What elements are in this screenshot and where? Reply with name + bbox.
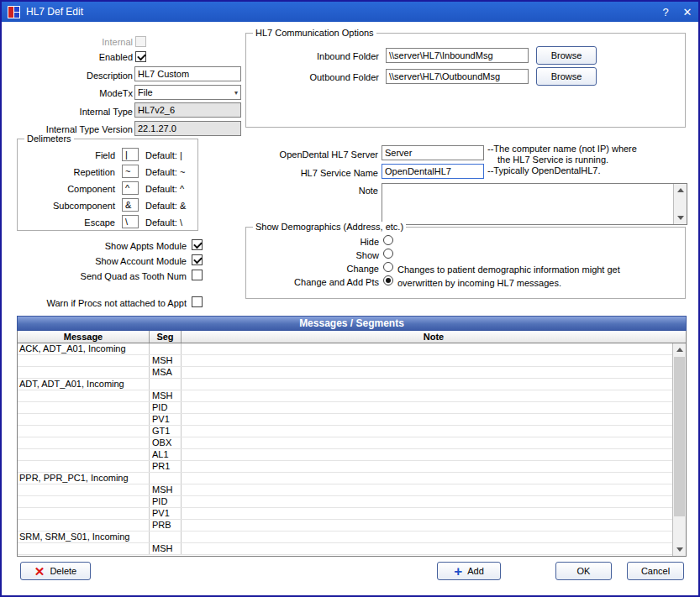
column-header-note[interactable]: Note <box>182 331 686 343</box>
column-header-message[interactable]: Message <box>18 331 150 343</box>
table-cell <box>18 390 150 401</box>
table-cell <box>18 402 150 413</box>
table-cell <box>18 543 150 554</box>
table-row[interactable]: PV1 <box>18 414 672 426</box>
note-text <box>382 184 673 224</box>
table-cell: MSH <box>150 355 182 366</box>
enabled-checkbox[interactable] <box>135 51 146 62</box>
change-radio[interactable] <box>383 262 393 272</box>
table-cell: PPR, PPR_PC1, Incoming <box>18 473 150 484</box>
show-radio[interactable] <box>383 249 393 259</box>
change-label: Change <box>253 263 379 275</box>
table-row[interactable]: PR1 <box>18 461 672 473</box>
table-cell <box>18 367 150 378</box>
table-cell <box>182 520 672 531</box>
inbound-folder-input[interactable] <box>386 48 529 63</box>
enabled-label: Enabled <box>8 51 133 63</box>
help-button[interactable]: ? <box>655 6 676 18</box>
table-row[interactable]: PID <box>18 496 672 508</box>
table-row[interactable]: AL1 <box>18 449 672 461</box>
scroll-up-icon[interactable] <box>673 343 686 356</box>
change-and-add-pts-radio[interactable] <box>383 275 393 285</box>
show-appts-module-checkbox[interactable] <box>192 239 203 250</box>
column-header-seg[interactable]: Seg <box>150 331 182 343</box>
table-cell <box>182 508 672 519</box>
table-row[interactable]: PPR, PPR_PC1, Incoming <box>18 473 672 484</box>
repetition-default: Default: ~ <box>145 166 185 178</box>
field-label: Field <box>21 149 115 161</box>
scrollbar-thumb[interactable] <box>674 357 685 516</box>
table-cell <box>182 473 672 484</box>
delete-button[interactable]: ✕ Delete <box>20 562 91 580</box>
component-delimiter-input[interactable] <box>122 181 139 195</box>
outbound-browse-button[interactable]: Browse <box>536 67 597 86</box>
table-cell: MSH <box>150 484 182 495</box>
note-label: Note <box>245 185 378 196</box>
subcomponent-delimiter-input[interactable] <box>122 198 139 212</box>
cancel-button[interactable]: Cancel <box>627 562 684 580</box>
scroll-down-icon[interactable] <box>674 212 687 224</box>
table-cell <box>18 414 150 425</box>
messages-table: ACK, ADT_A01, IncomingMSHMSAADT, ADT_A01… <box>17 343 687 557</box>
scroll-up-icon[interactable] <box>674 184 687 196</box>
table-row[interactable]: PRB <box>18 520 672 532</box>
scroll-down-icon[interactable] <box>673 543 686 556</box>
table-row[interactable]: PV1 <box>18 508 672 520</box>
note-field[interactable] <box>382 183 687 225</box>
table-cell: PR1 <box>150 461 182 472</box>
modetx-select[interactable]: File ▾ <box>134 85 241 100</box>
table-row[interactable]: ACK, ADT_A01, Incoming <box>18 343 672 355</box>
ok-button[interactable]: OK <box>555 562 612 580</box>
chevron-down-icon: ▾ <box>234 89 238 97</box>
hl7-server-input[interactable] <box>382 145 484 160</box>
table-cell <box>18 437 150 448</box>
table-row[interactable]: MSA <box>18 367 672 379</box>
table-row[interactable]: MSH <box>18 390 672 402</box>
table-row[interactable]: OBX <box>18 437 672 449</box>
inbound-browse-button[interactable]: Browse <box>536 46 597 65</box>
hl7-service-note: --Typically OpenDentalHL7. <box>487 165 601 176</box>
description-input[interactable] <box>134 66 241 81</box>
description-label: Description <box>8 70 133 81</box>
subcomponent-label: Subcomponent <box>21 200 115 212</box>
title-bar: HL7 Def Edit ? ✕ <box>2 2 698 22</box>
repetition-delimiter-input[interactable] <box>122 165 139 178</box>
table-cell: GT1 <box>150 426 182 437</box>
table-cell <box>18 496 150 507</box>
warn-procs-checkbox[interactable] <box>192 296 203 307</box>
table-cell <box>150 343 182 354</box>
table-cell: PRB <box>150 520 182 531</box>
hl7-server-note-line1: --The computer name (not IP) where <box>487 143 637 154</box>
hl7-service-name-label: HL7 Service Name <box>245 167 378 179</box>
table-cell: MSH <box>150 543 182 554</box>
hide-radio[interactable] <box>383 235 393 245</box>
messages-table-body: ACK, ADT_A01, IncomingMSHMSAADT, ADT_A01… <box>18 343 672 556</box>
table-row[interactable]: GT1 <box>18 426 672 437</box>
table-row[interactable]: PID <box>18 402 672 414</box>
messages-table-scrollbar[interactable] <box>672 343 686 556</box>
table-row[interactable]: SRM, SRM_S01, Incoming <box>18 532 672 543</box>
send-quad-checkbox[interactable] <box>192 270 203 280</box>
table-row[interactable]: MSH <box>18 543 672 555</box>
escape-delimiter-input[interactable] <box>122 215 139 228</box>
table-cell: ACK, ADT_A01, Incoming <box>18 343 150 354</box>
table-row[interactable]: MSH <box>18 355 672 367</box>
table-row[interactable]: MSH <box>18 484 672 496</box>
hl7-server-label: OpenDental HL7 Server <box>245 149 378 160</box>
close-button[interactable]: ✕ <box>676 6 698 18</box>
note-scrollbar[interactable] <box>673 184 687 224</box>
show-account-module-label: Show Account Module <box>8 255 187 267</box>
table-cell <box>18 355 150 366</box>
show-account-module-checkbox[interactable] <box>192 254 203 265</box>
table-row[interactable]: ADT, ADT_A01, Incoming <box>18 379 672 390</box>
delimiters-groupbox: Delimeters Field Default: | Repetition D… <box>17 139 198 231</box>
hl7-service-name-input[interactable] <box>382 164 484 179</box>
outbound-folder-input[interactable] <box>386 69 529 84</box>
subcomponent-default: Default: & <box>145 200 186 212</box>
add-button[interactable]: + Add <box>437 562 501 580</box>
table-cell <box>182 543 672 554</box>
field-delimiter-input[interactable] <box>122 148 139 161</box>
table-cell <box>182 390 672 401</box>
escape-default: Default: \ <box>145 217 182 228</box>
show-label: Show <box>253 249 379 261</box>
